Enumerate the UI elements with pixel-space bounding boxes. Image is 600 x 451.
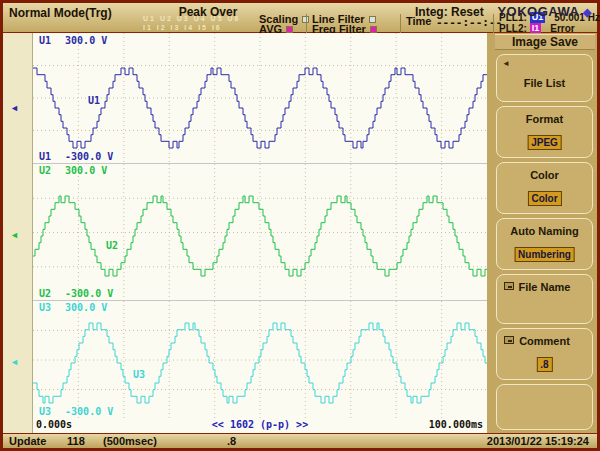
color-button[interactable]: Color Color — [496, 162, 593, 214]
color-label: Color — [497, 169, 592, 181]
time-label: Time — [406, 15, 431, 27]
datetime: 2013/01/22 15:19:24 — [487, 435, 589, 447]
soft-menu: Image Save ◄ File List Format JPEG Color… — [487, 33, 597, 433]
freq-filter-status-box — [370, 26, 377, 33]
u1-top-scale-label: U1300.0 V — [39, 35, 107, 46]
update-label: Update — [9, 435, 46, 447]
waveform-panel-u2: U2300.0 V U2-300.0 V U2 — [33, 163, 487, 300]
menu-title: Image Save — [495, 34, 595, 50]
header-bar: Normal Mode(Trg) Peak Over U1 U2 U3 U4 U… — [3, 3, 597, 33]
auto-naming-label: Auto Naming — [497, 225, 592, 237]
empty-menu-button[interactable] — [496, 384, 593, 430]
waveform-u1 — [33, 33, 487, 163]
u3-trace-tag: U3 — [133, 369, 145, 380]
color-value: Color — [527, 191, 561, 206]
waveform-u3 — [33, 301, 487, 419]
comment-button[interactable]: Comment .8 — [496, 328, 593, 380]
u2-bottom-scale-label: U2-300.0 V — [39, 288, 113, 299]
u2-top-scale-label: U2300.0 V — [39, 165, 107, 176]
pp-count-label: << 1602 (p-p) >> — [33, 419, 487, 430]
instrument-screen: Normal Mode(Trg) Peak Over U1 U2 U3 U4 U… — [0, 0, 600, 451]
u2-trace-tag: U2 — [106, 240, 118, 251]
left-margin-strip: ◄ ◄ ◄ — [3, 33, 33, 433]
header-separator — [493, 14, 494, 34]
update-count: 118 — [67, 435, 85, 447]
peak-over-indicators-row2: I1 I2 I3 I4 I5 I6 — [143, 24, 263, 31]
waveform-panel-u1: U1300.0 V U1-300.0 V U1 — [33, 33, 487, 163]
auto-naming-button[interactable]: Auto Naming Numbering — [496, 218, 593, 270]
time-axis-end: 100.000ms — [429, 419, 483, 430]
file-name-button[interactable]: File Name — [496, 274, 593, 324]
format-label: Format — [497, 113, 592, 125]
logo-text: YOKOGAWA — [497, 4, 579, 19]
u1-bottom-scale-label: U1-300.0 V — [39, 151, 113, 162]
u3-bottom-scale-label: U3-300.0 V — [39, 406, 113, 417]
update-rate: (500msec) — [103, 435, 157, 447]
waveform-u2 — [33, 164, 487, 301]
mode-indicator: Normal Mode(Trg) — [9, 6, 112, 20]
time-axis: 0.000s << 1602 (p-p) >> 100.000ms — [33, 418, 487, 433]
comment-value: .8 — [536, 357, 552, 372]
file-list-button[interactable]: ◄ File List — [496, 54, 593, 102]
channel-position-marker-u1: ◄ — [10, 104, 19, 113]
logo-diamond-icon: ◆ — [583, 6, 592, 18]
cursor-marker-icon: ◄ — [502, 59, 510, 68]
waveform-display: U1300.0 V U1-300.0 V U1 U2300.0 V U2-300… — [33, 33, 487, 433]
avg-status-box — [286, 26, 293, 33]
file-name-label: File Name — [497, 281, 592, 293]
yokogawa-logo: YOKOGAWA ◆ — [497, 4, 592, 19]
format-value: JPEG — [527, 135, 562, 150]
format-button[interactable]: Format JPEG — [496, 106, 593, 158]
line-filter-status-box — [369, 16, 376, 23]
comment-text: .8 — [227, 435, 236, 447]
channel-position-marker-u3: ◄ — [10, 358, 19, 367]
peak-over-indicators-row1: U1 U2 U3 U4 U5 U6 — [143, 15, 263, 22]
status-bar: Update 118 (500msec) .8 2013/01/22 15:19… — [3, 433, 597, 448]
u1-trace-tag: U1 — [88, 95, 100, 106]
u3-top-scale-label: U3300.0 V — [39, 302, 107, 313]
header-separator — [306, 14, 307, 34]
comment-label: Comment — [497, 335, 592, 347]
waveform-panel-u3: U3300.0 V U3-300.0 V U3 — [33, 300, 487, 418]
channel-position-marker-u2: ◄ — [10, 231, 19, 240]
header-separator — [400, 14, 401, 34]
auto-naming-value: Numbering — [514, 247, 575, 262]
content-area: ◄ ◄ ◄ U1300.0 V U1-300.0 V U1 U2300.0 V — [3, 33, 597, 433]
file-list-label: File List — [497, 77, 592, 89]
